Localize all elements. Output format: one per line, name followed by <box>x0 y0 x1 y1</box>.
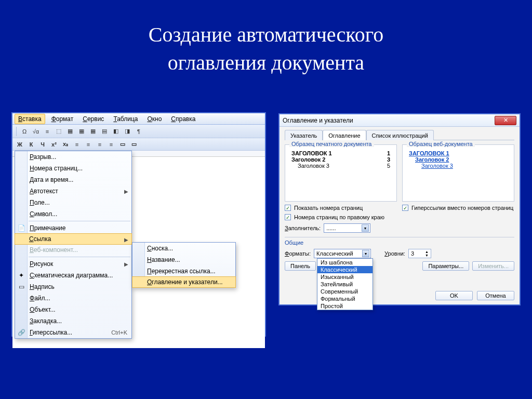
right-align-checkbox[interactable]: ✓ <box>285 214 291 220</box>
menu-item[interactable]: Примечание📄 <box>15 222 131 234</box>
menu-формат[interactable]: Формат <box>48 114 77 124</box>
ok-button[interactable]: OK <box>435 291 473 300</box>
menu-item[interactable]: Ссылка▶ <box>15 233 132 245</box>
menu-item[interactable]: Рисунок▶ <box>15 258 131 270</box>
submenu-item[interactable]: Оглавление и указатели... <box>132 276 236 288</box>
menu-сервис[interactable]: Сервис <box>79 114 107 124</box>
format-icon[interactable]: ≡ <box>83 139 94 150</box>
menu-item[interactable]: Гиперссылка...🔗Ctrl+K <box>15 327 131 338</box>
formats-combo[interactable]: Классический▾ <box>314 249 371 258</box>
right-align-label: Номера страниц по правому краю <box>294 214 384 220</box>
toolbar-icon[interactable]: Ω <box>19 126 30 137</box>
menubar: ВставкаФорматСервисТаблицаОкноСправка <box>12 113 265 125</box>
panel-button[interactable]: Панель <box>285 261 316 271</box>
filler-label: Заполнитель: <box>285 225 321 231</box>
chevron-down-icon: ▾ <box>362 224 369 232</box>
toolbar-icon[interactable]: √α <box>31 126 41 137</box>
menu-item[interactable]: Разрыв... <box>15 151 131 163</box>
dialog-tab[interactable]: Указатель <box>285 130 323 140</box>
format-icon[interactable]: ≡ <box>95 139 105 150</box>
document-area: Разрыв...Номера страниц...Дата и время..… <box>12 151 265 348</box>
dialog-tab[interactable]: Список иллюстраций <box>366 130 434 140</box>
menu-таблица[interactable]: Таблица <box>110 114 141 124</box>
dialog-tab[interactable]: Оглавление <box>323 130 366 140</box>
format-icon[interactable]: x₂ <box>60 139 71 150</box>
menu-item[interactable]: Поле... <box>15 197 131 208</box>
menu-item-icon: ▭ <box>17 283 25 291</box>
formats-dropdown-list: Из шаблонаКлассическийИзысканныйЗатейлив… <box>317 258 373 310</box>
format-icon[interactable]: ▭ <box>129 139 139 150</box>
toolbar-1: Ω√α≡⬚▦▦▦▤◧◨¶ <box>12 125 265 138</box>
submenu-item[interactable]: Перекрестная ссылка... <box>132 265 235 277</box>
toolbar-icon[interactable]: ▦ <box>88 126 98 137</box>
toolbar-icon[interactable]: ⬚ <box>54 126 64 137</box>
format-icon[interactable]: ≡ <box>72 139 82 150</box>
formats-option[interactable]: Формальный <box>317 295 373 302</box>
formats-option[interactable]: Затейливый <box>317 281 373 288</box>
show-pages-label: Показать номера страниц <box>294 205 363 211</box>
menu-item[interactable]: Закладка... <box>15 315 131 327</box>
menu-hotkey: Ctrl+K <box>111 329 127 336</box>
formats-label: Форматы: <box>285 250 311 257</box>
menu-item[interactable]: Схематическая диаграмма...✦ <box>15 270 131 281</box>
submenu-arrow-icon: ▶ <box>124 189 128 194</box>
close-button[interactable]: ✕ <box>495 116 516 125</box>
dialog-titlebar: Оглавление и указатели ✕ <box>280 114 520 127</box>
toc-preview-line: Заголовок 23 <box>291 156 390 163</box>
toc-preview-line: ЗАГОЛОВОК 11 <box>291 150 390 156</box>
menu-item-icon: 📄 <box>17 224 25 232</box>
print-preview: ЗАГОЛОВОК 11Заголовок 23Заголовок 35 <box>288 148 393 171</box>
toc-web-link[interactable]: Заголовок 3 <box>421 163 508 169</box>
formats-option[interactable]: Из шаблона <box>317 259 373 266</box>
submenu-item[interactable]: Сноска... <box>132 243 235 254</box>
cancel-button[interactable]: Отмена <box>477 291 514 300</box>
toc-web-link[interactable]: ЗАГОЛОВОК 1 <box>409 150 508 156</box>
params-button[interactable]: Параметры... <box>422 261 469 271</box>
menu-вставка[interactable]: Вставка <box>15 114 45 124</box>
print-preview-label: Образец печатного документа <box>289 141 374 147</box>
toolbar-icon[interactable]: ◨ <box>122 126 132 137</box>
menu-окно[interactable]: Окно <box>144 114 165 124</box>
levels-spinner[interactable]: 3 ▲▼ <box>408 249 431 258</box>
format-icon[interactable]: К <box>26 139 36 150</box>
slide-title: Создание автоматического оглавления доку… <box>0 0 532 77</box>
toc-dialog: Оглавление и указатели ✕ УказательОглавл… <box>278 113 521 305</box>
toolbar-icon[interactable]: ¶ <box>134 126 144 137</box>
dialog-title: Оглавление и указатели <box>283 117 353 124</box>
toc-web-link[interactable]: Заголовок 2 <box>415 156 508 163</box>
menu-item[interactable]: Номера страниц... <box>15 163 131 174</box>
reference-submenu: Сноска...Название...Перекрестная ссылка.… <box>132 242 236 288</box>
hyperlinks-label: Гиперссылки вместо номеров страниц <box>411 205 513 211</box>
formats-option[interactable]: Изысканный <box>317 273 373 281</box>
modify-button[interactable]: Изменить... <box>472 261 514 271</box>
formats-option[interactable]: Простой <box>317 302 373 310</box>
toolbar-icon[interactable]: ▤ <box>99 126 110 137</box>
formats-option[interactable]: Современный <box>317 288 373 295</box>
menu-item[interactable]: Символ... <box>15 208 131 220</box>
dialog-tabs: УказательОглавлениеСписок иллюстраций <box>285 130 514 140</box>
hyperlinks-checkbox[interactable]: ✓ <box>402 205 408 211</box>
toc-preview-line: Заголовок 35 <box>291 163 390 169</box>
menu-item[interactable]: Автотекст▶ <box>15 185 131 197</box>
menu-item[interactable]: Файл... <box>15 292 131 304</box>
web-preview: ЗАГОЛОВОК 1Заголовок 2Заголовок 3 <box>406 148 511 171</box>
format-icon[interactable]: ▭ <box>117 139 128 150</box>
toolbar-icon[interactable]: ≡ <box>42 126 52 137</box>
format-icon[interactable]: Ж <box>15 139 25 150</box>
submenu-item[interactable]: Название... <box>132 254 235 265</box>
menu-item[interactable]: Объект... <box>15 304 131 315</box>
format-icon[interactable]: x² <box>49 139 59 150</box>
menu-item[interactable]: Надпись▭ <box>15 281 131 292</box>
chevron-down-icon: ▾ <box>362 250 369 257</box>
format-icon[interactable]: ≡ <box>106 139 116 150</box>
toolbar-icon[interactable]: ◧ <box>111 126 121 137</box>
toolbar-icon[interactable]: ▦ <box>76 126 87 137</box>
insert-menu-dropdown: Разрыв...Номера страниц...Дата и время..… <box>15 151 132 339</box>
show-pages-checkbox[interactable]: ✓ <box>285 205 291 211</box>
menu-item[interactable]: Дата и время... <box>15 174 131 185</box>
format-icon[interactable]: Ч <box>37 139 48 150</box>
filler-combo[interactable]: ......▾ <box>324 223 370 233</box>
toolbar-icon[interactable]: ▦ <box>65 126 75 137</box>
menu-справка[interactable]: Справка <box>168 114 198 124</box>
formats-option[interactable]: Классический <box>317 266 373 273</box>
